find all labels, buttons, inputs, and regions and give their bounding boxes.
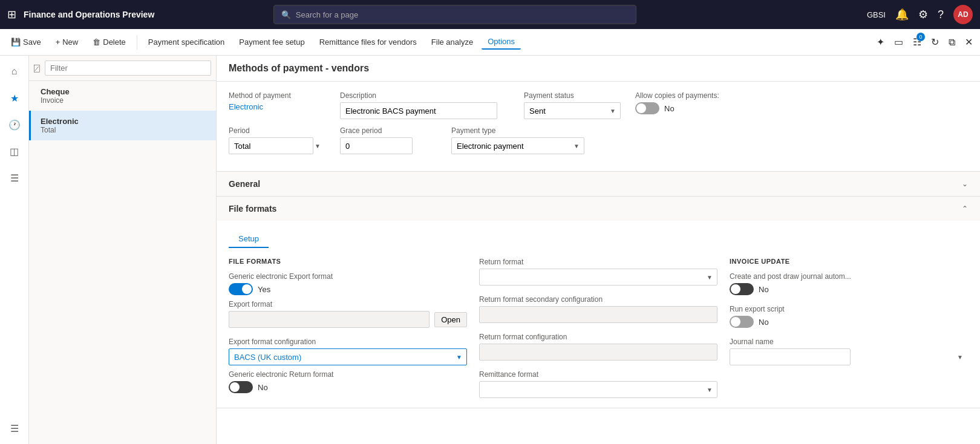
run-export-toggle[interactable] [730,316,754,328]
payment-type-select[interactable]: Electronic payment Check [451,137,584,154]
period-select[interactable]: Total Invoice [229,137,313,154]
run-export-value: No [759,318,769,327]
payment-status-label: Payment status [524,91,621,100]
return-format-config-input[interactable] [479,344,717,361]
general-section-title: General [229,179,260,189]
toolbar-divider [137,35,137,50]
grace-period-input[interactable] [340,137,413,154]
filter-icon[interactable]: ⍁ [34,63,40,74]
remittance-format-label: Remittance format [479,370,717,379]
journal-name-select[interactable] [730,348,851,365]
list-item-electronic-subtitle: Total [41,126,206,134]
toolbar-close-icon[interactable]: ✕ [962,34,975,50]
open-button[interactable]: Open [434,312,467,327]
list-item-electronic-title: Electronic [41,117,206,126]
allow-copies-value: No [664,104,675,113]
toolbar-refresh-icon[interactable]: ↻ [929,34,941,50]
return-format-label: Return format [479,258,717,266]
create-post-value: No [759,285,769,294]
file-formats-section: File formats ⌃ Setup FILE FORMATS Generi… [217,197,980,408]
nav-recent-icon[interactable]: 🕐 [4,114,25,135]
allow-copies-toggle[interactable] [635,102,659,114]
payment-type-label: Payment type [451,126,584,135]
general-section: General ⌄ [217,172,980,197]
remittance-format-select[interactable] [479,381,717,398]
invoice-update-label: INVOICE UPDATE [730,258,968,265]
help-icon[interactable]: ? [938,8,944,21]
export-config-group: Export format configuration BACS (UK cus… [229,338,467,365]
toolbar-expand-icon[interactable]: ⧉ [946,34,958,50]
general-section-header[interactable]: General ⌄ [217,172,980,196]
file-formats-grid: FILE FORMATS Generic electronic Export f… [229,258,968,398]
method-value[interactable]: Electronic [229,102,325,111]
file-formats-header[interactable]: File formats ⌃ [217,197,980,221]
file-analyze-button[interactable]: File analyze [425,35,479,49]
save-button[interactable]: 💾 Save [5,35,47,49]
description-input[interactable] [340,102,497,119]
return-format-wrapper: ▼ [479,269,717,286]
file-formats-col1: FILE FORMATS Generic electronic Export f… [229,258,467,398]
grid-icon[interactable]: ⊞ [7,8,16,21]
generic-return-value: No [258,383,268,392]
nav-dashboard-icon[interactable]: ◫ [4,140,25,162]
export-format-row: Open [229,311,467,328]
remittance-format-group: Remittance format ▼ [479,370,717,398]
period-label: Period [229,126,325,135]
export-format-input[interactable] [229,311,430,328]
description-group: Description [340,91,509,119]
remittance-button[interactable]: Remittance files for vendors [313,35,423,49]
toolbar-diamond-icon[interactable]: ✦ [874,34,887,50]
filter-input[interactable] [45,60,211,76]
return-format-secondary-label: Return format secondary configuration [479,295,717,304]
remittance-format-wrapper: ▼ [479,381,717,398]
export-config-label: Export format configuration [229,338,467,346]
payment-fee-button[interactable]: Payment fee setup [233,35,310,49]
method-label: Method of payment [229,91,325,100]
side-nav: ⌂ ★ 🕐 ◫ ☰ ☰ [0,56,29,444]
user-avatar[interactable]: AD [953,5,973,24]
form-row-1: Method of payment Electronic Description… [229,91,968,119]
options-button[interactable]: Options [482,34,521,50]
setup-tab[interactable]: Setup [229,230,269,248]
payment-status-wrapper: Sent None ▼ [524,102,621,119]
generic-export-label: Generic electronic Export format [229,272,467,281]
generic-export-toggle[interactable] [229,283,253,295]
generic-return-toggle[interactable] [229,381,253,393]
file-formats-chevron-icon: ⌃ [962,204,968,213]
nav-menu-icon[interactable]: ☰ [4,417,25,439]
search-input[interactable] [296,10,629,19]
top-form-section: Method of payment Electronic Description… [217,82,980,172]
detail-panel[interactable]: Methods of payment - vendors Method of p… [217,56,980,444]
nav-list-icon[interactable]: ☰ [4,167,25,189]
notification-icon[interactable]: 🔔 [895,8,909,21]
allow-copies-group: Allow copies of payments: No [635,91,732,114]
period-wrapper: Total Invoice ▼ [229,137,325,154]
list-item-cheque[interactable]: Cheque Invoice [29,81,216,111]
file-formats-content: Setup FILE FORMATS Generic electronic Ex… [217,221,980,408]
return-format-secondary-input[interactable] [479,306,717,323]
delete-button[interactable]: 🗑 Delete [87,35,132,49]
return-format-select[interactable] [479,269,717,286]
export-config-select[interactable]: BACS (UK custom) [229,348,467,365]
top-nav: ⊞ Finance and Operations Preview 🔍 GBSI … [0,0,980,29]
list-item-electronic[interactable]: Electronic Total [29,111,216,140]
settings-icon[interactable]: ⚙ [918,8,928,21]
payment-spec-button[interactable]: Payment specification [142,35,230,49]
toolbar-panel-icon[interactable]: ▭ [892,34,906,50]
detail-header: Methods of payment - vendors [217,56,980,82]
export-format-group: Export format Open [229,300,467,333]
create-post-toggle[interactable] [730,283,754,295]
payment-status-select[interactable]: Sent None [524,102,621,119]
nav-favorites-icon[interactable]: ★ [4,87,25,109]
toolbar-badge-icon[interactable]: ☷ 0 [910,34,924,50]
return-format-secondary-group: Return format secondary configuration [479,295,717,323]
toolbar-right: ✦ ▭ ☷ 0 ↻ ⧉ ✕ [874,34,975,50]
grace-period-group: Grace period [340,126,437,154]
journal-name-chevron: ▼ [957,354,963,361]
plus-icon: + [56,38,60,47]
payment-type-wrapper: Electronic payment Check ▼ [451,137,584,154]
generic-export-value: Yes [258,285,270,294]
nav-home-icon[interactable]: ⌂ [4,60,25,82]
search-box[interactable]: 🔍 [273,5,636,24]
new-button[interactable]: + New [50,35,85,49]
